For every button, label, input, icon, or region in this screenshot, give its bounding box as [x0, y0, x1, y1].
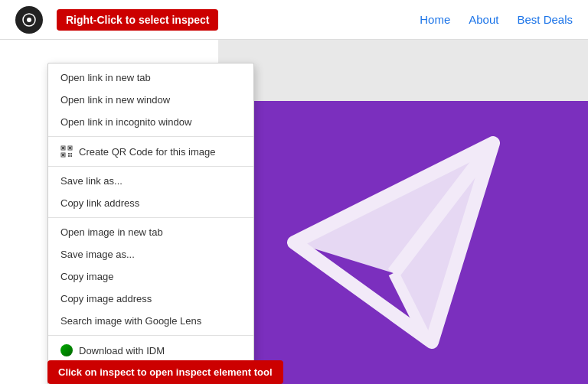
svg-rect-12: [68, 153, 70, 155]
svg-point-1: [27, 18, 31, 22]
right-click-tooltip: Right-Click to select inspect: [57, 9, 218, 31]
menu-open-new-tab[interactable]: Open link in new tab: [48, 67, 253, 89]
paper-plane-icon: [279, 120, 524, 365]
svg-rect-7: [62, 147, 64, 149]
svg-rect-15: [70, 155, 72, 157]
nav-about[interactable]: About: [469, 13, 498, 26]
nav-best-deals[interactable]: Best Deals: [517, 13, 573, 26]
menu-open-incognito[interactable]: Open link in incognito window: [48, 111, 253, 133]
menu-open-new-window[interactable]: Open link in new window: [48, 89, 253, 111]
svg-rect-9: [69, 147, 71, 149]
menu-search-google-lens[interactable]: Search image with Google Lens: [48, 310, 253, 332]
qr-icon: [60, 145, 73, 158]
idm-icon: [60, 344, 73, 356]
menu-save-image-as[interactable]: Save image as...: [48, 243, 253, 265]
navbar-left: Right-Click to select inspect: [15, 6, 218, 34]
divider-4: [48, 335, 253, 336]
context-menu: Open link in new tab Open link in new wi…: [47, 63, 254, 384]
divider-3: [48, 217, 253, 218]
menu-copy-link-address[interactable]: Copy link address: [48, 192, 253, 214]
main-content: Open link in new tab Open link in new wi…: [0, 40, 588, 384]
menu-save-link-as[interactable]: Save link as...: [48, 170, 253, 192]
divider-1: [48, 136, 253, 137]
navbar: Right-Click to select inspect Home About…: [0, 0, 588, 40]
menu-download-idm[interactable]: Download with IDM: [48, 339, 253, 362]
nav-home[interactable]: Home: [420, 13, 450, 26]
menu-open-image-new-tab[interactable]: Open image in new tab: [48, 221, 253, 243]
svg-rect-11: [62, 154, 64, 156]
divider-2: [48, 166, 253, 167]
menu-copy-image-address[interactable]: Copy image address: [48, 288, 253, 310]
menu-create-qr[interactable]: Create QR Code for this image: [48, 140, 253, 163]
navbar-links: Home About Best Deals: [420, 13, 573, 26]
svg-rect-13: [70, 153, 72, 155]
bottom-tooltip: Click on inspect to open inspect element…: [47, 360, 283, 384]
menu-copy-image[interactable]: Copy image: [48, 265, 253, 288]
logo-icon: [15, 6, 43, 34]
svg-rect-14: [68, 155, 70, 157]
hero-section: [214, 101, 588, 384]
